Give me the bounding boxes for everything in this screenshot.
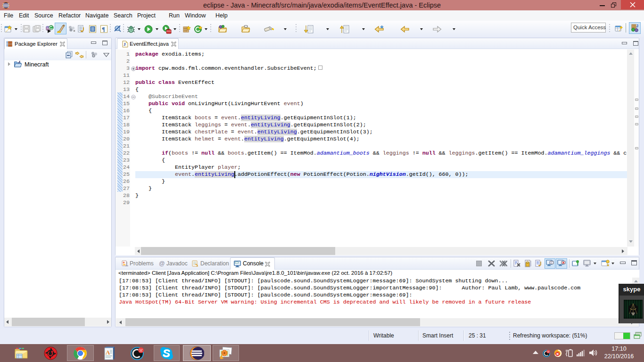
svg-text:J: J (124, 42, 126, 47)
svg-text:A: A (106, 349, 110, 356)
svg-text:¶: ¶ (102, 25, 105, 33)
svg-text:J: J (636, 24, 638, 28)
